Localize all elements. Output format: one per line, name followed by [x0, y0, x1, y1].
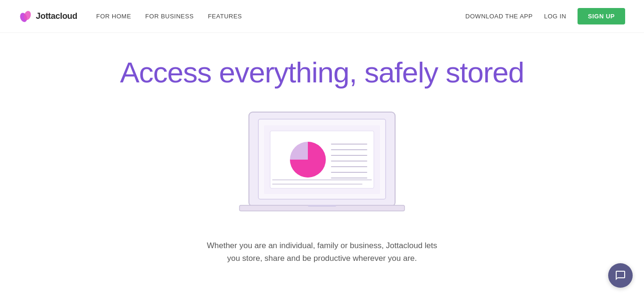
laptop-illustration — [235, 107, 409, 220]
svg-rect-17 — [308, 205, 336, 207]
hero-section: Access everything, safely stored — [0, 33, 644, 279]
navbar: Jottacloud FOR HOME FOR BUSINESS FEATURE… — [0, 0, 644, 33]
nav-features[interactable]: FEATURES — [208, 13, 242, 20]
nav-links: FOR HOME FOR BUSINESS FEATURES — [96, 13, 465, 20]
logo-link[interactable]: Jottacloud — [19, 10, 77, 23]
download-app-link[interactable]: DOWNLOAD THE APP — [465, 13, 533, 20]
hero-subtext-line1: Whether you are an individual, family or… — [207, 241, 438, 250]
nav-for-home[interactable]: FOR HOME — [96, 13, 131, 20]
logo-text: Jottacloud — [36, 11, 77, 21]
nav-right: DOWNLOAD THE APP LOG IN SIGN UP — [465, 8, 625, 24]
laptop-svg — [235, 107, 409, 220]
logo-icon — [19, 10, 32, 23]
hero-subtext-line2: you store, share and be productive where… — [227, 254, 417, 263]
hero-subtext: Whether you are an individual, family or… — [207, 239, 438, 265]
hero-title: Access everything, safely stored — [120, 57, 524, 89]
signup-button[interactable]: SIGN UP — [578, 8, 625, 24]
login-link[interactable]: LOG IN — [544, 13, 566, 20]
chat-icon — [615, 270, 626, 279]
nav-for-business[interactable]: FOR BUSINESS — [145, 13, 194, 20]
